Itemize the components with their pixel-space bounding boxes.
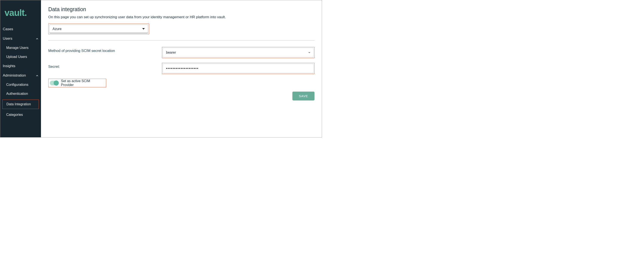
sidebar-item-label: Authentication xyxy=(6,92,28,96)
divider xyxy=(48,40,314,40)
sidebar-item-configurations[interactable]: Configurations xyxy=(0,80,41,89)
scim-method-select[interactable]: bearer xyxy=(163,48,314,57)
secret-highlight xyxy=(162,63,314,74)
provider-select-value: Azure xyxy=(52,27,62,31)
provider-select[interactable]: Azure xyxy=(49,25,148,33)
chevron-up-icon xyxy=(36,74,38,77)
secret-row: Secret: xyxy=(48,63,314,74)
sidebar-item-label: Cases xyxy=(3,27,13,31)
scim-method-highlight: bearer xyxy=(162,47,314,58)
sidebar-item-upload-users[interactable]: Upload Users xyxy=(0,52,41,61)
sidebar-item-users[interactable]: Users xyxy=(0,34,41,43)
sidebar-item-authentication[interactable]: Authentication xyxy=(0,89,41,98)
sidebar-item-label: Data Integration xyxy=(6,102,31,106)
sidebar-item-label: Configurations xyxy=(6,83,28,86)
page-title: Data integration xyxy=(48,6,314,12)
sidebar: vault. Cases Users Manage Users Upload U… xyxy=(0,0,41,137)
sidebar-item-administration[interactable]: Administration xyxy=(0,71,41,80)
actions-row: SAVE xyxy=(48,92,314,100)
secret-input[interactable] xyxy=(163,64,314,73)
secret-label: Secret: xyxy=(48,63,162,69)
sidebar-item-label: Categories xyxy=(6,113,23,116)
sidebar-item-categories[interactable]: Categories xyxy=(0,110,41,119)
caret-down-icon xyxy=(142,28,145,30)
scim-method-label: Method of providing SCIM secret location xyxy=(48,47,162,53)
active-provider-label: Set as active SCIM Provider xyxy=(61,79,104,87)
sidebar-item-label: Upload Users xyxy=(6,55,27,58)
sidebar-item-manage-users[interactable]: Manage Users xyxy=(0,43,41,52)
sidebar-item-label: Insights xyxy=(3,64,16,68)
brand-logo: vault. xyxy=(0,4,41,24)
provider-select-highlight: Azure xyxy=(48,24,149,34)
chevron-up-icon xyxy=(36,37,38,40)
toggle-knob-icon xyxy=(54,80,59,86)
save-button[interactable]: SAVE xyxy=(292,92,314,100)
main-content: Data integration On this page you can se… xyxy=(41,0,322,137)
sidebar-item-cases[interactable]: Cases xyxy=(0,24,41,34)
sidebar-item-data-integration-highlight: Data Integration xyxy=(2,100,39,109)
active-provider-toggle-highlight: Set as active SCIM Provider xyxy=(48,79,106,87)
sidebar-item-data-integration[interactable]: Data Integration xyxy=(2,100,38,109)
caret-down-icon xyxy=(308,52,310,53)
sidebar-item-insights[interactable]: Insights xyxy=(0,61,41,71)
sidebar-item-label: Manage Users xyxy=(6,46,28,50)
page-description: On this page you can set up synchronizin… xyxy=(48,15,314,19)
scim-method-value: bearer xyxy=(166,50,176,54)
scim-method-row: Method of providing SCIM secret location… xyxy=(48,47,314,58)
active-provider-toggle[interactable] xyxy=(50,81,58,85)
sidebar-item-label: Administration xyxy=(3,73,26,78)
sidebar-item-label: Users xyxy=(3,36,12,41)
